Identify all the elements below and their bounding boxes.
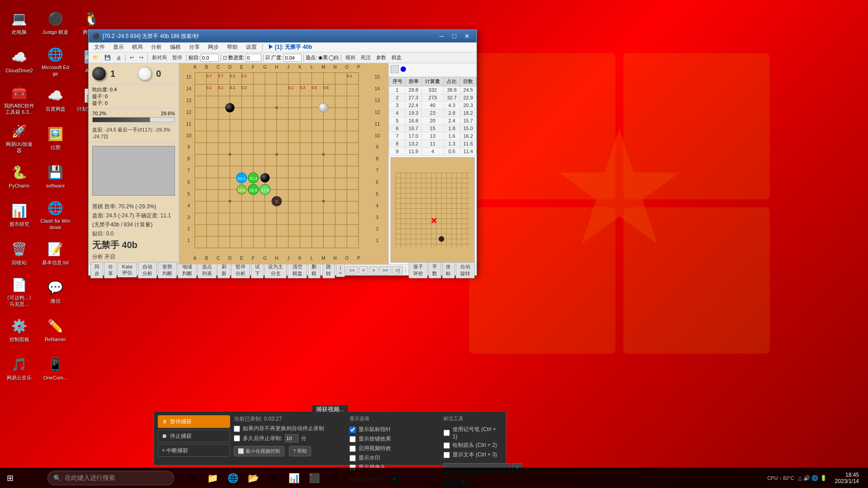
menu-netstep[interactable]: 网步 xyxy=(204,42,222,52)
toolbar-undo[interactable]: ↩ xyxy=(127,54,136,61)
svg-text:G: G xyxy=(263,256,267,261)
back-10-button[interactable]: << xyxy=(346,266,358,274)
pause-button[interactable]: 暂停 xyxy=(170,53,184,62)
first-move-button[interactable]: |< xyxy=(336,263,345,277)
maximize-button[interactable]: □ xyxy=(448,31,460,41)
show-cursor-checkbox[interactable] xyxy=(349,427,356,433)
svg-text:6: 6 xyxy=(188,180,190,185)
toolbar-redo[interactable]: ↪ xyxy=(137,54,146,61)
kata-eval-button[interactable]: Kata评估 xyxy=(118,263,137,277)
svg-text:H: H xyxy=(275,65,278,70)
situation-button[interactable]: 形势判断 xyxy=(158,262,177,278)
draw-arrow-checkbox[interactable] xyxy=(443,442,450,449)
desktop-icon-computer[interactable]: 💻 此电脑 xyxy=(2,5,36,41)
pause-capture-button[interactable]: ⏸ 暂停捕获 xyxy=(158,415,230,428)
taskbar-settings[interactable]: ⚙ xyxy=(326,469,344,487)
toolbar-save[interactable]: 💾 xyxy=(102,54,113,61)
taskbar-files[interactable]: 📂 xyxy=(244,469,262,487)
taskbar-terminal[interactable]: ⬛ xyxy=(305,469,323,487)
desktop-icon-edge[interactable]: 🌐 Microsoft Edge xyxy=(38,43,72,79)
desktop-icon-doc[interactable]: 📄 《可达鸭...》马克思... xyxy=(2,273,36,310)
board-area[interactable]: ABC DEF GHJ KLM NOP 151413 121110 987 65… xyxy=(179,63,388,264)
bitmap-icon: 🖼️ xyxy=(47,125,65,143)
svg-text:G: G xyxy=(263,65,267,70)
desktop-icon-uu[interactable]: 🚀 网易UU加速器 xyxy=(2,120,36,156)
black-stats: 吃白度: 0.4 xyxy=(92,86,175,93)
board-button[interactable]: 棋盘 xyxy=(389,53,404,62)
svg-text:17.0: 17.0 xyxy=(261,188,269,192)
desktop-icon-clash[interactable]: 🌐 Clash for Windows xyxy=(38,197,72,233)
clouddrive-label: CloudDrive2 xyxy=(5,68,33,74)
timed-stop-checkbox[interactable] xyxy=(234,435,240,441)
close-button[interactable]: ✕ xyxy=(461,31,473,41)
start-button[interactable]: ⊞ xyxy=(0,468,20,488)
desktop-icon-software[interactable]: 💾 software xyxy=(38,158,72,194)
menu-file[interactable]: 文件 xyxy=(90,42,108,52)
menu-settings[interactable]: 设置 xyxy=(242,42,260,52)
forward-1-button[interactable]: > xyxy=(369,266,378,274)
auto-stop-checkbox[interactable] xyxy=(234,426,240,432)
auto-rotate-button[interactable]: 自动旋转 xyxy=(456,262,475,278)
desktop-icon-info[interactable]: 📝 基本信息.txt xyxy=(38,235,72,271)
help-video-button[interactable]: ? 帮助 xyxy=(289,446,311,456)
accuracy-input[interactable] xyxy=(283,54,302,62)
desktop-icon-baidu[interactable]: ☁️ 百度网盘 xyxy=(38,81,72,117)
toolbar-folder[interactable]: 📁 xyxy=(90,54,101,61)
search-bar[interactable]: 🔍 在此键入进行搜索 xyxy=(47,471,174,485)
progress-input[interactable] xyxy=(245,54,261,62)
taskbar-store[interactable]: 🛍 xyxy=(264,469,283,487)
desktop-icon-onecom[interactable]: 📱 OneCom... xyxy=(38,350,72,386)
minimize-button[interactable]: ─ xyxy=(436,31,448,41)
menu-analysis[interactable]: 分析 xyxy=(147,42,165,52)
desktop-icons-container: 💻 此电脑 ☁️ CloudDrive2 🧰 我的ABC软件工具箱 6.3...… xyxy=(0,0,90,407)
desktop-icon-recycle[interactable]: 🗑️ 回收站 xyxy=(2,235,36,271)
desktop-icon-control[interactable]: ⚙️ 控制面板 xyxy=(2,312,36,348)
stop-capture-button[interactable]: ⏹ 停止捕获 xyxy=(158,430,230,442)
new-game-button[interactable]: 新对局 xyxy=(150,53,169,62)
auto-analysis-button[interactable]: 自动分析 xyxy=(138,262,157,278)
last-move-button[interactable]: >| xyxy=(392,266,403,274)
desktop-icon-netease[interactable]: 🎵 网易云音乐 xyxy=(2,350,36,386)
dead-button[interactable]: 死活 xyxy=(359,53,373,62)
menu-edit[interactable]: 编棋 xyxy=(166,42,184,52)
move-count-button[interactable]: 手数 xyxy=(429,262,441,278)
taskbar-edge[interactable]: 🌐 xyxy=(224,469,242,487)
share-button[interactable]: 分享 xyxy=(104,262,117,278)
taskbar-excel[interactable]: 📊 xyxy=(285,469,303,487)
taskview-button[interactable]: ⊞ xyxy=(183,469,201,487)
duration-input[interactable] xyxy=(285,434,298,442)
desktop-icon-tools[interactable]: 🧰 我的ABC软件工具箱 6.3... xyxy=(2,81,36,117)
forward-10-button[interactable]: >> xyxy=(379,266,392,274)
use-marker-checkbox[interactable] xyxy=(443,430,450,436)
stats-cell-4-1: 4 xyxy=(389,109,406,117)
desktop-icon-justgo[interactable]: ⚫ Justgo 棋道 xyxy=(38,5,72,41)
enable-effects-checkbox[interactable] xyxy=(349,446,356,452)
rules-button[interactable]: 规则 xyxy=(343,53,358,62)
menu-help[interactable]: 帮助 xyxy=(223,42,241,52)
params-button[interactable]: 参数 xyxy=(374,53,388,62)
minimize-video-button[interactable]: ⬜ 最小化视频控制 xyxy=(234,446,284,456)
toolbar-print[interactable]: 🖨 xyxy=(114,54,123,61)
stats-cell-5-4: 2.4 xyxy=(443,117,460,125)
enable-effects-label: 启用视频特效 xyxy=(359,445,391,452)
cancel-capture-button[interactable]: × 中断捕获 xyxy=(158,444,230,457)
menu-game[interactable]: 棋局 xyxy=(128,42,146,52)
col-header-score: 目数 xyxy=(460,77,476,86)
sync-button[interactable]: 同步 xyxy=(90,262,103,278)
desktop-icon-wechat[interactable]: 💬 微信 xyxy=(38,273,72,310)
show-text-checkbox[interactable] xyxy=(443,452,450,458)
desktop-icon-bitmap[interactable]: 🖼️ 位图 xyxy=(38,120,72,156)
show-watermark-checkbox[interactable] xyxy=(349,455,356,461)
show-keys-checkbox[interactable] xyxy=(349,436,356,442)
desktop-icon-renamer[interactable]: ✏️ ReNamer xyxy=(38,312,72,348)
desktop-icon-pycharm[interactable]: 🐍 PyCharm xyxy=(2,158,36,194)
desktop-icon-clouddrive[interactable]: ☁️ CloudDrive2 xyxy=(2,43,36,79)
taskbar-explorer[interactable]: 📁 xyxy=(203,469,222,487)
menu-display[interactable]: 显示 xyxy=(109,42,127,52)
menu-share[interactable]: 分享 xyxy=(185,42,203,52)
back-1-button[interactable]: < xyxy=(359,266,368,274)
score-input[interactable] xyxy=(201,54,219,62)
coords-button[interactable]: 坐标 xyxy=(442,262,455,278)
move-eval-button[interactable]: 落子评价 xyxy=(409,262,428,278)
desktop-icon-stocks[interactable]: 📊 股市研究 xyxy=(2,197,36,233)
